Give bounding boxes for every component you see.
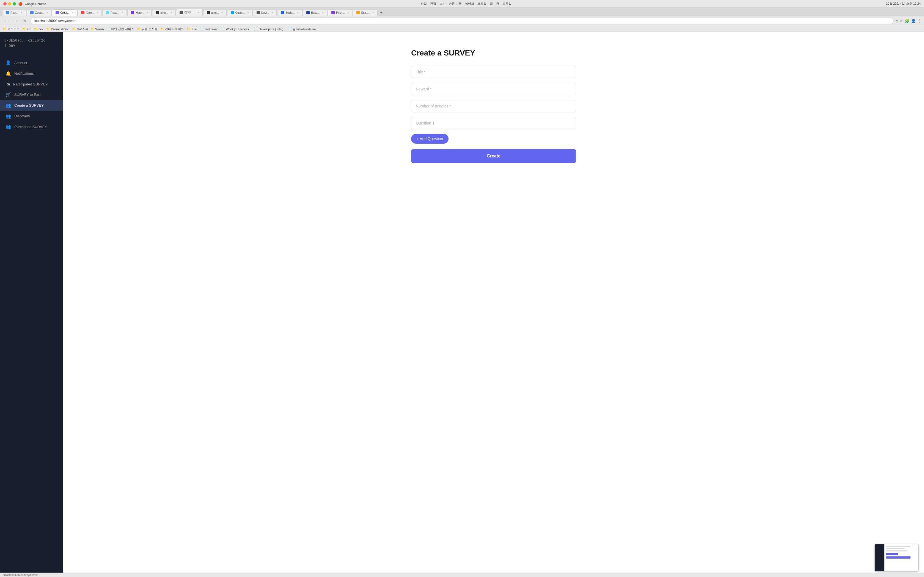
bookmark-documents[interactable]: 📁 읽을 문서들 — [137, 27, 158, 31]
tab-close-4[interactable]: × — [122, 11, 123, 14]
bookmark-gorust[interactable]: 📁 Go/Rust — [72, 27, 88, 31]
discovery-icon: 👥 — [5, 113, 11, 119]
tab-11[interactable]: Socia... × — [277, 9, 302, 16]
tab-close-14[interactable]: × — [373, 11, 374, 14]
tab-favicon-2 — [55, 11, 59, 14]
profile-icon[interactable]: 👤 — [911, 19, 916, 23]
tab-4[interactable]: Reac... × — [102, 9, 127, 16]
bookmark-icon[interactable]: ☆ — [900, 19, 903, 23]
tab-close-2[interactable]: × — [72, 11, 73, 14]
sidebar-item-account[interactable]: 👤 Account — [0, 57, 63, 68]
address-input[interactable] — [30, 18, 893, 24]
tab-close-0[interactable]: × — [21, 11, 23, 14]
tab-1[interactable]: Goog... × — [27, 9, 52, 16]
tab-6[interactable]: pjhn... × — [152, 9, 176, 16]
question1-input[interactable] — [411, 117, 576, 129]
menu-history[interactable]: 방문 기록 — [449, 2, 462, 6]
status-bar: localhost:3000/survey/create — [0, 572, 924, 577]
tab-10[interactable]: Devi... × — [253, 9, 277, 16]
menu-window[interactable]: 창 — [496, 2, 499, 6]
reward-input[interactable] — [411, 83, 576, 95]
bookmark-wasm[interactable]: 📁 Wasm — [91, 27, 104, 31]
close-button[interactable] — [3, 2, 6, 5]
title-field — [411, 66, 576, 78]
tab-14[interactable]: Star1... × — [353, 9, 378, 16]
sidebar-item-discovery[interactable]: 👥 Discovery — [0, 111, 63, 121]
sidebar-label-survey-to-earn: SURVEY to Earn — [14, 93, 42, 97]
tab-favicon-1 — [30, 11, 34, 14]
mini-thumbnail — [874, 544, 919, 572]
tab-favicon-7 — [179, 11, 183, 14]
minimize-button[interactable] — [8, 2, 11, 5]
tab-label-9: Custo... — [236, 11, 245, 14]
mini-line — [886, 550, 908, 551]
tab-close-1[interactable]: × — [47, 11, 48, 14]
menu-file[interactable]: 파일 — [421, 2, 427, 6]
tab-close-8[interactable]: × — [221, 11, 223, 14]
new-tab-button[interactable]: + — [378, 10, 384, 16]
tab-7[interactable]: 검색기... × — [176, 9, 202, 16]
menu-icon[interactable]: ⋮ — [918, 19, 921, 23]
tab-9[interactable]: Custo... × — [227, 9, 252, 16]
bookmark-eth[interactable]: 📁 eth — [22, 27, 31, 31]
tab-0[interactable]: Regi... × — [2, 9, 26, 16]
tab-8[interactable]: pjhn... × — [203, 9, 226, 16]
tab-label-7: 검색기... — [184, 10, 195, 14]
purchased-icon: 👥 — [5, 124, 11, 129]
tab-2[interactable]: Creat... × — [52, 9, 77, 16]
tab-label-4: Reac... — [111, 11, 120, 14]
bookmark-cosmos[interactable]: 📁 코스모스 — [3, 27, 19, 31]
bookmark-sudoswap[interactable]: 📄 sudoswap — [200, 27, 219, 31]
tab-close-12[interactable]: × — [322, 11, 324, 14]
address-bar: ← → ↻ ⎋ ☆ 🧩 👤 ⋮ — [0, 16, 924, 26]
tab-close-7[interactable]: × — [197, 11, 199, 14]
share-icon[interactable]: ⎋ — [896, 19, 898, 23]
mini-line — [886, 546, 911, 547]
extensions-icon[interactable]: 🧩 — [905, 19, 909, 23]
menu-tab[interactable]: 탭 — [490, 2, 493, 6]
bell-icon: 🔔 — [5, 71, 11, 76]
fullscreen-button[interactable] — [13, 2, 16, 5]
back-button[interactable]: ← — [3, 18, 10, 24]
menu-bookmarks[interactable]: 북마크 — [465, 2, 474, 6]
tab-close-9[interactable]: × — [247, 11, 249, 14]
forward-button[interactable]: → — [12, 18, 19, 24]
create-button[interactable]: Create — [411, 149, 576, 163]
tab-13[interactable]: Push... × — [328, 9, 352, 16]
sidebar-item-create-survey[interactable]: 👥 Create a SURVEY — [0, 100, 63, 111]
menu-view[interactable]: 보기 — [439, 2, 446, 6]
sidebar-item-notifications[interactable]: 🔔 Notifications — [0, 68, 63, 79]
bookmark-cosmostation[interactable]: 📁 Cosmostation — [46, 27, 69, 31]
tab-12[interactable]: Base... × — [303, 9, 327, 16]
tab-close-11[interactable]: × — [297, 11, 299, 14]
bookmark-weekly-business[interactable]: 📄 Weekly Business... — [221, 27, 251, 31]
tab-close-6[interactable]: × — [171, 11, 172, 14]
sidebar-item-survey-to-earn[interactable]: 🛒 SURVEY to Earn — [0, 89, 63, 100]
sidebar-item-participated-survey[interactable]: 🛍 Participated SURVEY — [0, 79, 63, 89]
menu-profile[interactable]: 프로필 — [477, 2, 486, 6]
tab-5[interactable]: Hero... × — [127, 9, 152, 16]
bookmark-other-projects[interactable]: 📁 기타 프로젝트 — [160, 27, 184, 31]
bookmark-chain-services[interactable]: 📄 체인 관련 서비스 — [107, 27, 134, 31]
menu-edit[interactable]: 편집 — [430, 2, 436, 6]
bookmark-developers[interactable]: 📄 Developers | Integ... — [254, 27, 286, 31]
title-input[interactable] — [411, 66, 576, 78]
number-of-peoples-input[interactable] — [411, 100, 576, 112]
add-question-button[interactable]: + Add Question — [411, 134, 449, 144]
tab-close-5[interactable]: × — [146, 11, 148, 14]
tab-favicon-6 — [156, 11, 159, 14]
sidebar-item-purchased-survey[interactable]: 👥 Purchased SURVEY — [0, 121, 63, 132]
tab-close-13[interactable]: × — [347, 11, 349, 14]
tab-label-8: pjhn... — [212, 11, 219, 14]
menu-help[interactable]: 도움말 — [502, 2, 512, 6]
bookmark-gianni[interactable]: 📄 gianni-dalerta/aw... — [289, 27, 318, 31]
page-icon: 📄 — [221, 27, 225, 31]
tab-close-10[interactable]: × — [271, 11, 273, 14]
tab-3[interactable]: [Erro... × — [78, 9, 102, 16]
tab-label-1: Goog... — [35, 11, 44, 14]
bookmark-dev[interactable]: 📁 dev — [34, 27, 44, 31]
tab-close-3[interactable]: × — [97, 11, 98, 14]
bookmark-other[interactable]: 📁 기타 — [187, 27, 197, 31]
reload-button[interactable]: ↻ — [21, 18, 28, 24]
sidebar-label-notifications: Notifications — [14, 71, 34, 76]
